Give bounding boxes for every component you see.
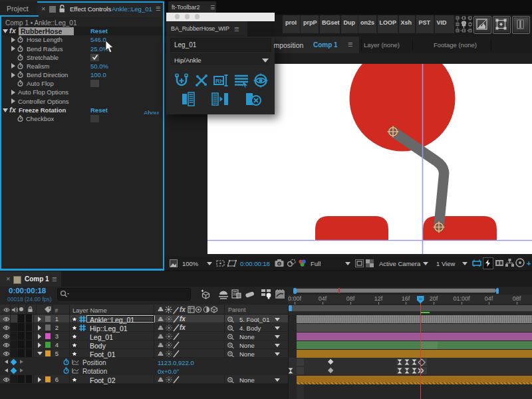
svg-text:RH: RH xyxy=(215,78,224,84)
